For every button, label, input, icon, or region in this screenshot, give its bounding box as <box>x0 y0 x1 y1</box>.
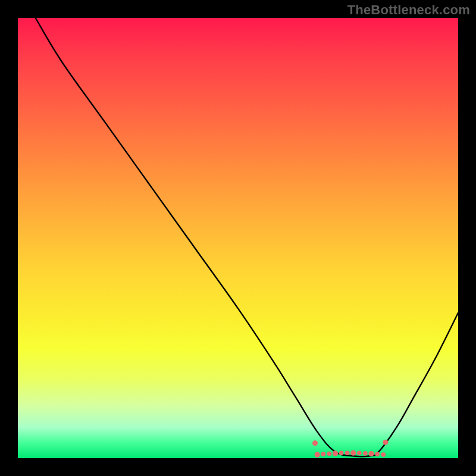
optimal-markers <box>312 440 388 458</box>
plot-area <box>18 18 458 458</box>
optimal-marker-dot <box>375 452 380 457</box>
optimal-marker-dot <box>368 451 374 456</box>
chart-frame: TheBottleneck.com <box>0 0 476 476</box>
optimal-marker-dot <box>327 452 332 456</box>
bottleneck-curve <box>18 18 458 458</box>
optimal-marker-dot <box>333 450 338 456</box>
optimal-marker-dot <box>312 440 318 446</box>
optimal-marker-dot <box>321 452 326 457</box>
optimal-marker-dot <box>363 451 368 456</box>
watermark-text: TheBottleneck.com <box>347 2 470 18</box>
optimal-marker-dot <box>315 452 320 458</box>
optimal-marker-dot <box>383 440 388 445</box>
curve-path <box>36 18 458 456</box>
optimal-marker-dot <box>350 450 356 456</box>
optimal-marker-dot <box>357 451 362 456</box>
optimal-marker-dot <box>339 451 344 456</box>
optimal-marker-dot <box>345 450 350 455</box>
optimal-marker-dot <box>381 452 386 457</box>
